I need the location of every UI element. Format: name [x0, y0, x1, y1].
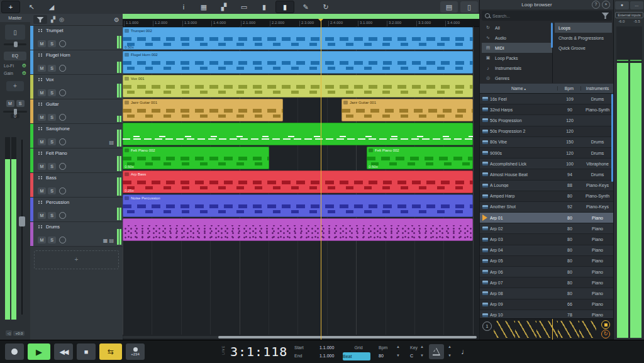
preview-loop-button[interactable]: ↻: [601, 330, 610, 338]
track-drag-handle-icon[interactable]: [38, 126, 43, 131]
track-name[interactable]: Trumpet: [46, 28, 64, 33]
note-value-button[interactable]: ♩: [457, 344, 473, 359]
loop-row[interactable]: Arp 07 80 Piano: [480, 277, 614, 288]
audio-clip[interactable]: Jazz Guitar 001: [123, 99, 283, 121]
category-scrollbar[interactable]: [551, 23, 553, 48]
toolbar-right-button[interactable]: ▯: [460, 1, 478, 13]
track-arm-button[interactable]: [59, 212, 66, 219]
loop-row[interactable]: Arp 09 66 Piano: [480, 299, 614, 310]
time-signature-stepper[interactable]: ▲▼: [448, 345, 452, 357]
bpm-header[interactable]: Bpm: [557, 86, 580, 91]
loop-row[interactable]: Arp 04 80 Piano: [480, 245, 614, 256]
preview-stop-button[interactable]: [601, 320, 610, 329]
toolbar-center-button[interactable]: ▭: [235, 1, 253, 13]
help-button[interactable]: ?: [592, 1, 600, 9]
preview-slot-number[interactable]: 1: [482, 321, 492, 331]
track-drag-handle-icon[interactable]: [38, 225, 43, 229]
audio-clip[interactable]: Felt Piano 002 0.50x: [367, 147, 473, 169]
key-stepper[interactable]: ▲▼: [420, 345, 424, 357]
category-item[interactable]: ∿ Audio: [482, 33, 552, 43]
loop-row[interactable]: Arp 01 80 Piano: [480, 213, 614, 223]
audio-clip[interactable]: Vox 001: [123, 75, 473, 98]
track-header[interactable]: Trumpet M S: [30, 26, 123, 50]
toolbar-center-button[interactable]: ▮: [255, 1, 273, 13]
track-header[interactable]: Guitar M S: [30, 99, 123, 124]
track-mute-button[interactable]: M: [38, 40, 46, 47]
track-name[interactable]: Guitar: [46, 101, 58, 107]
master-top-slider[interactable]: [4, 43, 26, 45]
track-drag-handle-icon[interactable]: [38, 176, 43, 180]
loop-row[interactable]: Another Shot 92 Piano-Keys: [480, 202, 614, 213]
toolbar-tool-button[interactable]: +: [1, 1, 20, 13]
input-more-button[interactable]: ...: [630, 1, 644, 9]
category-item[interactable]: ↻ All: [482, 23, 552, 33]
track-arm-button[interactable]: [59, 237, 66, 243]
audio-clip[interactable]: Noise Percussion: [123, 194, 473, 217]
track-name[interactable]: Bass: [46, 175, 57, 181]
audio-clip[interactable]: [123, 123, 473, 145]
audio-clip[interactable]: Felt Piano 002 0.50x: [123, 147, 269, 169]
master-add-effect-button[interactable]: +: [6, 81, 24, 91]
track-name[interactable]: Saxophone: [46, 126, 70, 131]
master-mute-button[interactable]: M: [6, 100, 14, 107]
track-mute-button[interactable]: M: [38, 65, 46, 72]
subcategory-item[interactable]: Quick Groove: [555, 43, 612, 53]
add-track-dropzone[interactable]: +: [34, 250, 119, 269]
track-drag-handle-icon[interactable]: [38, 28, 43, 33]
track-mute-button[interactable]: M: [38, 212, 46, 219]
subcategory-item[interactable]: Loops: [555, 23, 612, 33]
loop-row[interactable]: Arp 02 80 Piano: [480, 223, 614, 234]
track-mute-button[interactable]: M: [38, 163, 46, 170]
audio-clip[interactable]: Arp Bass 0.25x: [123, 170, 473, 193]
track-header[interactable]: Flugel Horn M S: [30, 50, 123, 75]
audio-clip[interactable]: Trumpet 002 0.50x: [123, 27, 473, 50]
track-arm-button[interactable]: [59, 138, 66, 145]
audio-clip[interactable]: Jazz Guitar 001: [341, 99, 473, 121]
loop-row[interactable]: A Lounge 88 Piano-Keys: [480, 181, 614, 191]
toolbar-center-button[interactable]: ✎: [297, 1, 314, 13]
track-header[interactable]: Bass M S: [30, 173, 123, 198]
track-solo-button[interactable]: S: [48, 40, 56, 47]
track-solo-button[interactable]: S: [48, 187, 56, 194]
toolbar-center-button[interactable]: ▮: [275, 1, 294, 13]
loop-row[interactable]: 50s Progression 2 120: [480, 126, 614, 137]
gain-gear-icon[interactable]: ⚙: [22, 70, 26, 76]
key-value[interactable]: C: [410, 352, 418, 360]
record-button[interactable]: [5, 343, 24, 360]
track-name[interactable]: Percussion: [46, 199, 69, 205]
toolbar-right-button[interactable]: ▤: [440, 1, 458, 13]
play-button[interactable]: ▶: [28, 343, 50, 360]
filter-icon[interactable]: [602, 13, 609, 19]
rewind-button[interactable]: ◀◀: [54, 343, 73, 360]
routing-nodes-icon[interactable]: ▞: [51, 16, 55, 23]
instruments-header[interactable]: Instruments: [580, 86, 614, 91]
track-drag-handle-icon[interactable]: [38, 200, 43, 204]
time-display[interactable]: 3:1:118: [230, 344, 287, 359]
track-solo-button[interactable]: S: [48, 237, 56, 243]
track-lanes[interactable]: Trumpet 002 0.50x Flugel Horn 002: [123, 26, 474, 335]
input-record-button[interactable]: ●: [615, 1, 629, 9]
audio-clip[interactable]: [123, 218, 473, 241]
track-extra-icons[interactable]: ▤: [109, 140, 114, 145]
track-name[interactable]: Flugel Horn: [46, 52, 70, 58]
track-panel-gear-icon[interactable]: ⚙: [114, 16, 119, 23]
track-arm-button[interactable]: [59, 114, 66, 121]
toolbar-tool-button[interactable]: ◢: [43, 1, 60, 13]
track-header[interactable]: Drums M S ▦ ▤: [30, 222, 123, 247]
arrangement-area[interactable]: 1.1.0001.2.0001.3.0001.4.0002.1.0002.2.0…: [123, 14, 479, 340]
count-in-button[interactable]: +234: [126, 343, 145, 360]
track-drag-handle-icon[interactable]: [38, 102, 43, 106]
track-header[interactable]: Felt Piano M S: [30, 148, 123, 173]
playhead-marker[interactable]: [318, 19, 323, 24]
bpm-value[interactable]: 80: [379, 352, 387, 360]
loop-row[interactable]: Arp 05 80 Piano: [480, 256, 614, 267]
track-mute-button[interactable]: M: [38, 187, 46, 194]
track-mute-button[interactable]: M: [38, 114, 46, 121]
loop-row[interactable]: 80s Vibe 150 Drums: [480, 137, 614, 148]
toolbar-center-button[interactable]: i: [175, 1, 192, 13]
track-header[interactable]: Saxophone M S ▤: [30, 124, 123, 148]
horizontal-scrollbar-thumb[interactable]: [218, 336, 477, 338]
master-speaker-icon[interactable]: ◁: [6, 330, 13, 336]
toolbar-center-button[interactable]: ▦: [195, 1, 213, 13]
start-end-values[interactable]: 1.1.000 1.1.000: [319, 343, 334, 360]
